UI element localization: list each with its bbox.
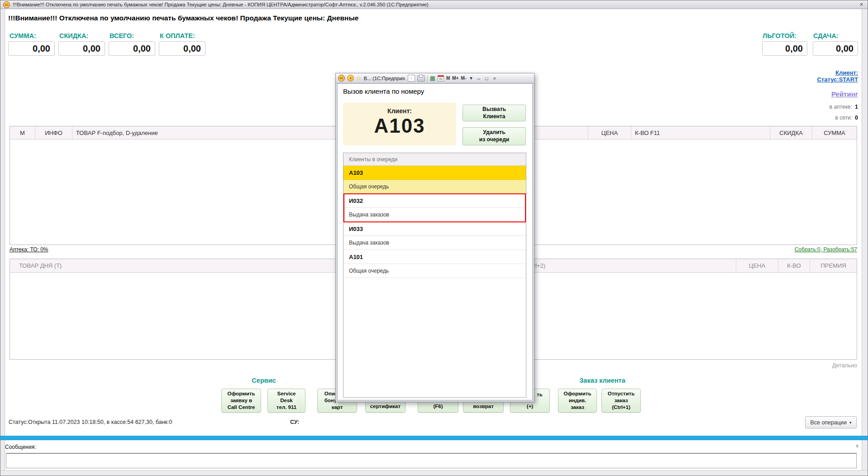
call-centre-request-button[interactable]: Оформить заявку в Call Centre — [221, 389, 261, 413]
memory-m-plus-button[interactable]: М+ — [452, 76, 458, 81]
queue-row-number[interactable]: А101 — [343, 250, 526, 264]
in-network-row: в сети:0 — [747, 115, 858, 121]
dialog-heading: Вызов клиента по номеру — [343, 87, 424, 95]
queue-row-line[interactable]: Выдача заказов — [343, 208, 526, 222]
change-label: СДАЧА: — [813, 32, 838, 39]
favorites-star-icon[interactable]: ☆ — [356, 75, 362, 81]
rating-link[interactable]: Рейтинг — [747, 90, 858, 98]
current-client-panel: Клиент: А103 — [343, 103, 456, 145]
queue-list[interactable]: Клиенты в очереди А103 Общая очередь И03… — [343, 153, 526, 398]
in-network-value: 0 — [855, 115, 858, 121]
titlebar-separator — [427, 75, 428, 82]
all-operations-label: Все операции — [810, 419, 847, 426]
bottom-strip — [0, 470, 868, 476]
to-pay-value: 0,00 — [159, 41, 205, 56]
queue-row-number[interactable]: А103 — [343, 166, 526, 180]
pos-window: 1С !!!Внимание!!! Отключена по умолчанию… — [0, 0, 868, 476]
related-products-header: trl+2) ЦЕНА К-ВО ПРЕМИЯ — [521, 259, 857, 273]
client-order-section-title: Заказ клиента — [558, 377, 647, 384]
right-scrollbar-strip[interactable] — [862, 9, 868, 476]
sum-value: 0,00 — [8, 41, 55, 56]
messages-label: Сообщения: — [5, 444, 36, 450]
in-pharmacy-value: 1 — [855, 104, 858, 110]
calendar-icon[interactable]: 31 — [438, 75, 444, 82]
col-info: ИНФО — [35, 126, 72, 139]
window-close-button[interactable]: × — [858, 1, 865, 8]
left-window-edge — [0, 9, 5, 476]
queue-list-header: Клиенты в очереди — [343, 153, 526, 166]
client-label: Клиент: — [343, 107, 456, 115]
1c-logo-icon: 1С — [338, 75, 345, 82]
privilege-label: ЛЬГОТОЙ: — [763, 32, 796, 39]
plus-button-label-fragment: ть — [537, 392, 543, 397]
chevron-down-icon: ▾ — [849, 420, 852, 425]
in-pharmacy-row: в аптеке:1 — [747, 104, 858, 110]
all-operations-button[interactable]: Все операции ▾ — [805, 416, 857, 428]
discount-label: СКИДКА: — [59, 32, 88, 39]
related-products-table[interactable]: trl+2) ЦЕНА К-ВО ПРЕМИЯ — [521, 259, 857, 360]
dialog-title: В... (1С:Предприя. — [364, 76, 405, 81]
calculator-icon[interactable]: ▦ — [430, 75, 435, 82]
messages-close-icon[interactable]: х — [856, 443, 859, 448]
total-value: 0,00 — [109, 41, 155, 56]
dialog-maximize-button[interactable]: □ — [484, 76, 490, 81]
related-col-bonus: ПРЕМИЯ — [810, 259, 857, 272]
system-menu-icon[interactable]: ▾ — [347, 75, 354, 82]
dialog-minimize-button[interactable]: – — [476, 76, 482, 81]
memory-m-minus-button[interactable]: М- — [461, 76, 466, 81]
pharmacy-status-link[interactable]: Аптека: ТО: 0% — [10, 246, 48, 253]
memory-m-button[interactable]: М — [446, 76, 450, 81]
cash-status-text: Статус:Открыта 11.07.2023 10:18:50, в ка… — [9, 419, 172, 425]
client-number: А103 — [343, 115, 456, 137]
collect-disassemble-link[interactable]: Собрать:0, Разобрать:57 — [676, 246, 857, 253]
related-col-qty: К-ВО — [778, 259, 810, 272]
to-pay-label: К ОПЛАТЕ: — [160, 32, 195, 39]
queue-row-number[interactable]: И032 — [343, 194, 526, 208]
col-qty: К-ВО F11 — [631, 126, 770, 139]
save-icon[interactable]: ↑ — [408, 75, 415, 82]
detail-label[interactable]: Детально — [767, 362, 857, 369]
release-order-button[interactable]: Отпустить заказ (Ctrl+1) — [601, 389, 641, 413]
dialog-content: Вызов клиента по номеру Клиент: А103 Выз… — [337, 83, 533, 400]
service-section-title: Сервис — [221, 377, 306, 384]
privilege-value: 0,00 — [762, 41, 807, 56]
print-icon[interactable] — [417, 75, 425, 82]
dialog-close-button[interactable]: × — [491, 76, 497, 81]
client-call-dialog: 1С ▾ ☆ В... (1С:Предприя. ↑ ▦ 31 М М+ М-… — [335, 73, 534, 402]
window-titlebar: 1С !!!Внимание!!! Отключена по умолчанию… — [0, 0, 868, 9]
related-col-price: ЦЕНА — [736, 259, 778, 272]
status-start-link[interactable]: Статус:START — [747, 76, 858, 83]
queue-row-number[interactable]: И033 — [343, 222, 526, 236]
window-title: !!!Внимание!!! Отключена по умолчанию пе… — [13, 2, 855, 7]
col-discount: СКИДКА — [770, 126, 812, 139]
queue-row-line[interactable]: Общая очередь — [343, 264, 526, 278]
messages-divider-bar — [0, 436, 868, 440]
overflow-caret-icon[interactable]: ▾ — [468, 75, 474, 81]
su-label: СУ: — [290, 419, 300, 425]
discount-value: 0,00 — [58, 41, 105, 56]
warning-message: !!!Внимание!!! Отключена по умолчанию пе… — [8, 14, 358, 22]
service-desk-button[interactable]: Service Desk тел. 911 — [267, 389, 305, 413]
in-network-label: в сети: — [835, 115, 853, 121]
col-price: ЦЕНА — [588, 126, 631, 139]
queue-row-line[interactable]: Выдача заказов — [343, 236, 526, 250]
in-pharmacy-label: в аптеке: — [830, 104, 852, 110]
col-sum: СУММА — [812, 126, 857, 139]
call-client-button[interactable]: Вызвать Клиента — [463, 105, 526, 121]
messages-box[interactable] — [6, 453, 857, 468]
remove-from-queue-button[interactable]: Удалить из очереди — [463, 127, 526, 145]
dialog-titlebar[interactable]: 1С ▾ ☆ В... (1С:Предприя. ↑ ▦ 31 М М+ М-… — [336, 73, 534, 83]
sum-label: СУММА: — [10, 32, 36, 39]
related-products-title-fragment: trl+2) — [521, 259, 736, 272]
change-value: 0,00 — [813, 41, 858, 56]
queue-row-line[interactable]: Общая очередь — [343, 180, 526, 194]
individual-order-button[interactable]: Оформить индив. заказ — [558, 389, 597, 413]
total-label: ВСЕГО: — [110, 32, 134, 39]
client-link[interactable]: Клиент: — [747, 69, 858, 76]
1c-logo-icon: 1С — [3, 1, 10, 8]
col-m: М — [10, 126, 35, 139]
